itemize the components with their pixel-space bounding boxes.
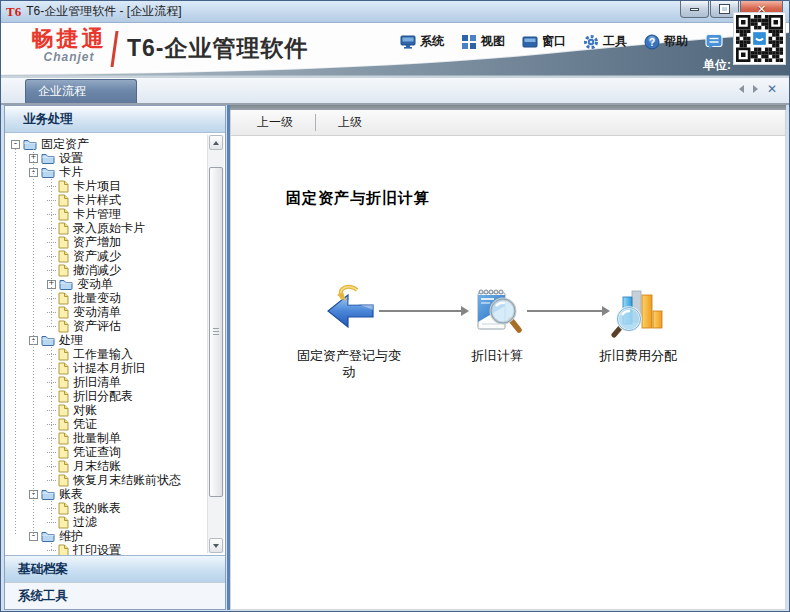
flow-arrow: [527, 310, 608, 312]
tree-toggle-icon[interactable]: -: [11, 140, 20, 149]
tree-item-label: 批量变动: [73, 291, 121, 305]
toolbar-separator: [315, 114, 316, 131]
tree-item-label: 恢复月末结账前状态: [73, 473, 181, 487]
scroll-down-button[interactable]: [209, 538, 223, 553]
tab-scroll-right-icon[interactable]: [753, 85, 758, 93]
tree-item-label: 资产增加: [73, 235, 121, 249]
tree-guide-line: [51, 543, 52, 550]
file-icon: [58, 544, 69, 556]
flow-step-depreciation-calc[interactable]: 折旧计算: [467, 284, 527, 364]
flow-step-register[interactable]: 固定资产登记与变动: [319, 284, 379, 380]
menu-tools[interactable]: 工具: [583, 33, 627, 50]
flow-step-expense-allocation[interactable]: 折旧费用分配: [608, 284, 668, 364]
title-bar[interactable]: T6 T6-企业管理软件 - [企业流程]: [1, 1, 789, 23]
file-icon: [58, 446, 69, 459]
file-icon: [58, 208, 69, 221]
scroll-up-button[interactable]: [209, 135, 223, 150]
tree-item-label: 变动单: [77, 277, 113, 291]
file-icon: [58, 264, 69, 277]
tree-item-label: 变动清单: [73, 305, 121, 319]
sidebar-panel-system-tools[interactable]: 系统工具: [5, 582, 225, 609]
tree-guide-line: [51, 347, 52, 480]
app-window: T6 T6-企业管理软件 - [企业流程] ✕ 畅捷通 Chanjet T6-企…: [0, 0, 790, 612]
file-icon: [58, 432, 69, 445]
tree-item[interactable]: -固定资产: [5, 137, 225, 151]
up-level-button[interactable]: 上级: [332, 114, 368, 131]
tree-item-label: 对账: [73, 403, 97, 417]
tree-item[interactable]: 折旧清单: [5, 375, 225, 389]
notepad-magnifier-icon: [470, 284, 524, 338]
banner-swoosh: [1, 23, 789, 78]
tab-close-icon[interactable]: ✕: [767, 84, 777, 94]
menu-view[interactable]: 视图: [461, 33, 505, 50]
menu-help[interactable]: ? 帮助: [644, 33, 688, 50]
tree-item[interactable]: 工作量输入: [5, 347, 225, 361]
tree-item[interactable]: 打印设置: [5, 543, 225, 555]
tree-item[interactable]: 批量制单: [5, 431, 225, 445]
window-icon: [522, 34, 538, 50]
tree-item-label: 账表: [59, 487, 83, 501]
file-icon: [58, 222, 69, 235]
tree-item[interactable]: -处理: [5, 333, 225, 347]
window-title: T6-企业管理软件 - [企业流程]: [26, 3, 181, 20]
tree-item[interactable]: 凭证查询: [5, 445, 225, 459]
scrollbar-grip: [213, 328, 219, 336]
sidebar-panel-business[interactable]: 业务处理: [5, 106, 225, 133]
menu-system[interactable]: 系统: [400, 33, 444, 50]
menu-window[interactable]: 窗口: [522, 33, 566, 50]
file-icon: [58, 250, 69, 263]
tree-guide-line: [51, 179, 52, 326]
tree-item[interactable]: 凭证: [5, 417, 225, 431]
tree-scrollbar[interactable]: [207, 135, 224, 553]
tree-item[interactable]: +变动单: [5, 277, 225, 291]
chanjet-logo: 畅捷通 Chanjet: [21, 27, 117, 63]
flow-step-label: 折旧费用分配: [582, 348, 694, 364]
tree-item[interactable]: 资产增加: [5, 235, 225, 249]
monitor-icon: [400, 34, 416, 50]
tree-item[interactable]: -账表: [5, 487, 225, 501]
tab-scroll-left-icon[interactable]: [739, 85, 744, 93]
unit-label: 单位:: [703, 57, 731, 74]
file-icon: [58, 180, 69, 193]
tree-item[interactable]: 资产减少: [5, 249, 225, 263]
tree-item[interactable]: 对账: [5, 403, 225, 417]
window-body: 业务处理 -固定资产+设置-卡片卡片项目卡片样式卡片管理录入原始卡片资产增加资产…: [1, 105, 789, 612]
tree: -固定资产+设置-卡片卡片项目卡片样式卡片管理录入原始卡片资产增加资产减少撤消减…: [5, 133, 225, 555]
tree-item-label: 资产减少: [73, 249, 121, 263]
flow-arrow: [379, 310, 467, 312]
tree-item[interactable]: 折旧分配表: [5, 389, 225, 403]
tree-item[interactable]: 月末结账: [5, 459, 225, 473]
tree-item[interactable]: 批量变动: [5, 291, 225, 305]
tree-item[interactable]: +设置: [5, 151, 225, 165]
tree-item[interactable]: 卡片样式: [5, 193, 225, 207]
tree-item[interactable]: 卡片项目: [5, 179, 225, 193]
tree-item[interactable]: -卡片: [5, 165, 225, 179]
tree-item[interactable]: 过滤: [5, 515, 225, 529]
tree-item[interactable]: 卡片管理: [5, 207, 225, 221]
tree-item[interactable]: 计提本月折旧: [5, 361, 225, 375]
tree-item[interactable]: 资产评估: [5, 319, 225, 333]
tree-item[interactable]: 我的账表: [5, 501, 225, 515]
tree-item-label: 过滤: [73, 515, 97, 529]
file-icon: [58, 516, 69, 529]
tree-item[interactable]: 撤消减少: [5, 263, 225, 277]
sidebar-panel-base-archives[interactable]: 基础档案: [5, 555, 225, 582]
menu-label: 工具: [603, 33, 627, 50]
file-icon: [58, 418, 69, 431]
tree-item[interactable]: 录入原始卡片: [5, 221, 225, 235]
menu-chat[interactable]: [705, 33, 723, 50]
tree-item[interactable]: 变动清单: [5, 305, 225, 319]
minimize-button[interactable]: [680, 1, 709, 18]
scroll-down-icon: [213, 544, 219, 548]
back-arrow-icon: [322, 284, 376, 338]
flow-heading: 固定资产与折旧计算: [286, 189, 430, 208]
tree-item-label: 资产评估: [73, 319, 121, 333]
tree-item[interactable]: 恢复月末结账前状态: [5, 473, 225, 487]
tree-item-label: 折旧清单: [73, 375, 121, 389]
tree-item[interactable]: -维护: [5, 529, 225, 543]
panel-label: 系统工具: [18, 588, 68, 605]
up-one-level-button[interactable]: 上一级: [251, 114, 299, 131]
scrollbar-thumb[interactable]: [209, 167, 223, 497]
flow-step-label: 固定资产登记与变动: [293, 348, 405, 380]
tab-enterprise-flow[interactable]: 企业流程: [25, 79, 137, 103]
